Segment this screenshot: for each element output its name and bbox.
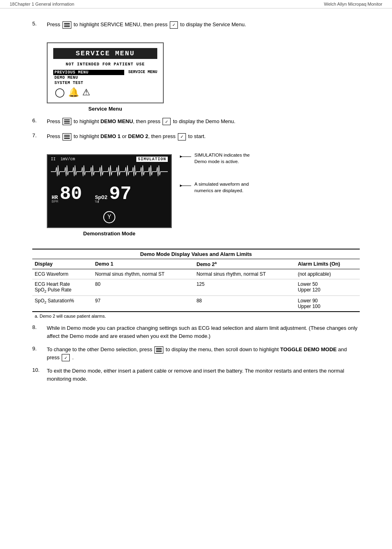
demo2-bold: DEMO 2 bbox=[128, 133, 148, 139]
table-row: ECG Waveform Normal sinus rhythm, normal… bbox=[32, 269, 360, 279]
menu-icon-9 bbox=[154, 346, 163, 354]
cell-demo1-1: Normal sinus rhythm, normal ST bbox=[93, 269, 194, 279]
menu-item-system: SYSTEM TEST bbox=[53, 80, 124, 86]
cell-display-3: SpO2 Saturation% bbox=[32, 296, 93, 312]
cell-demo1-2: 80 bbox=[93, 279, 194, 295]
col-demo1: Demo 1 bbox=[93, 259, 194, 269]
cell-demo2-2: 125 bbox=[194, 279, 295, 295]
y-icon: Y bbox=[103, 211, 115, 223]
table-title: Demo Mode Display Values and Alarm Limit… bbox=[32, 249, 360, 259]
demo-table: Display Demo 1 Demo 2a Alarm Limits (On)… bbox=[32, 259, 360, 321]
step-8-text: While in Demo mode you can practice chan… bbox=[47, 324, 360, 340]
page-content: 5. Press to highlight SERVICE MENU, then… bbox=[0, 8, 392, 406]
cell-display-1: ECG Waveform bbox=[32, 269, 93, 279]
spo2-label: SpO2 bbox=[95, 195, 107, 200]
menu-icon-7 bbox=[63, 133, 71, 140]
step-9-text: To change to the other Demo selection, p… bbox=[47, 346, 360, 361]
demo1-bold: DEMO 1 bbox=[100, 133, 121, 139]
step-7-num: 7. bbox=[32, 132, 47, 138]
col-demo2: Demo 2a bbox=[194, 259, 295, 269]
step-5-num: 5. bbox=[32, 21, 47, 27]
svg-marker-3 bbox=[180, 184, 182, 187]
simulation-tag: SIMULATION bbox=[136, 157, 168, 162]
page-number: 18 bbox=[10, 2, 15, 6]
page-header: 18 Chapter 1 General information Welch A… bbox=[0, 0, 392, 8]
table-row: SpO2 Saturation% 97 88 Lower 90Upper 100 bbox=[32, 296, 360, 312]
icon-warning: ⚠ bbox=[82, 88, 90, 97]
step-7: 7. Press to highlight DEMO 1 or DEMO 2, … bbox=[32, 132, 360, 140]
cell-alarm-2: Lower 50Upper 120 bbox=[295, 279, 360, 295]
demo-table-wrapper: Demo Mode Display Values and Alarm Limit… bbox=[32, 249, 360, 321]
step-7-text: Press to highlight DEMO 1 or DEMO 2, the… bbox=[47, 132, 360, 140]
menu-item-previous: PREVIOUS MENU bbox=[53, 70, 124, 75]
callout-1-text: SIMULATION indicates the Demo mode is ac… bbox=[194, 152, 250, 165]
footnote-row: a. Demo 2 will cause patient alarms. bbox=[32, 312, 360, 320]
col-alarm: Alarm Limits (On) bbox=[295, 259, 360, 269]
book-title: Welch Allyn Micropaq Monitor bbox=[324, 2, 382, 6]
step-5: 5. Press to highlight SERVICE MENU, then… bbox=[32, 21, 360, 29]
footnote: a. Demo 2 will cause patient alarms. bbox=[32, 312, 360, 320]
step-8: 8. While in Demo mode you can practice c… bbox=[32, 324, 360, 340]
step-8-num: 8. bbox=[32, 324, 47, 330]
cell-display-2: ECG Heart RateSpO2 Pulse Rate bbox=[32, 279, 93, 295]
svg-marker-1 bbox=[180, 155, 182, 158]
service-menu-title: SERVICE MENU bbox=[53, 48, 157, 59]
step-10-text: To exit the Demo mode, either insert a p… bbox=[47, 367, 360, 383]
demo-mode-screenshot: II 1mV/cm SIMULATION HR BPM bbox=[47, 148, 172, 241]
cell-demo1-3: 97 bbox=[93, 296, 194, 312]
check-icon-7: ✓ bbox=[178, 133, 186, 140]
hr-label: HR bbox=[52, 195, 58, 200]
cell-alarm-1: (not applicable) bbox=[295, 269, 360, 279]
check-icon-9: ✓ bbox=[62, 354, 70, 361]
demo-mode-caption: Demonstration Mode bbox=[47, 230, 172, 237]
callout-2-text: A simulated waveform and numerics are di… bbox=[194, 181, 249, 194]
service-menu-right-label: SERVICE MENU bbox=[124, 70, 157, 74]
ecg-waveform bbox=[51, 163, 168, 179]
menu-icon-6 bbox=[63, 118, 71, 125]
col-display: Display bbox=[32, 259, 93, 269]
toggle-bold: TOGGLE DEMO MODE bbox=[280, 346, 337, 352]
icon-circle-x: ◯ bbox=[55, 88, 65, 97]
ecg-lead-label: II 1mV/cm bbox=[51, 157, 75, 161]
table-row: ECG Heart RateSpO2 Pulse Rate 80 125 Low… bbox=[32, 279, 360, 295]
step-9: 9. To change to the other Demo selection… bbox=[32, 346, 360, 361]
menu-icon bbox=[63, 21, 71, 29]
spo2-unit: %▮ bbox=[95, 200, 107, 204]
service-menu-screenshot: SERVICE MENU NOT INTENDED FOR PATIENT US… bbox=[47, 36, 164, 116]
cell-demo2-1: Normal sinus rhythm, normal ST bbox=[194, 269, 295, 279]
callout-line-1 bbox=[180, 153, 192, 161]
step-6-num: 6. bbox=[32, 117, 47, 124]
menu-item-demo: DEMO MENU bbox=[53, 75, 124, 80]
step-5-text: Press to highlight SERVICE MENU, then pr… bbox=[47, 21, 360, 29]
hr-value: 80 bbox=[60, 185, 82, 203]
icon-bell: 🔔 bbox=[68, 88, 79, 97]
step-9-num: 9. bbox=[32, 346, 47, 352]
spo2-value: 97 bbox=[109, 185, 131, 203]
check-icon-6: ✓ bbox=[163, 118, 171, 125]
step-6: 6. Press to highlight DEMO MENU, then pr… bbox=[32, 117, 360, 126]
step-10-num: 10. bbox=[32, 367, 47, 373]
bpm-label: BPM bbox=[52, 200, 58, 204]
check-icon: ✓ bbox=[170, 21, 178, 29]
step-6-text: Press to highlight DEMO MENU, then press… bbox=[47, 117, 360, 126]
demo-menu-bold: DEMO MENU bbox=[100, 118, 133, 124]
service-menu-caption: Service Menu bbox=[47, 106, 164, 112]
cell-alarm-3: Lower 90Upper 100 bbox=[295, 296, 360, 312]
step-10: 10. To exit the Demo mode, either insert… bbox=[32, 367, 360, 383]
service-menu-subtitle: NOT INTENDED FOR PATIENT USE bbox=[53, 62, 157, 67]
callout-line-2 bbox=[180, 182, 192, 190]
cell-demo2-3: 88 bbox=[194, 296, 295, 312]
chapter-title: Chapter 1 General information bbox=[15, 2, 74, 6]
